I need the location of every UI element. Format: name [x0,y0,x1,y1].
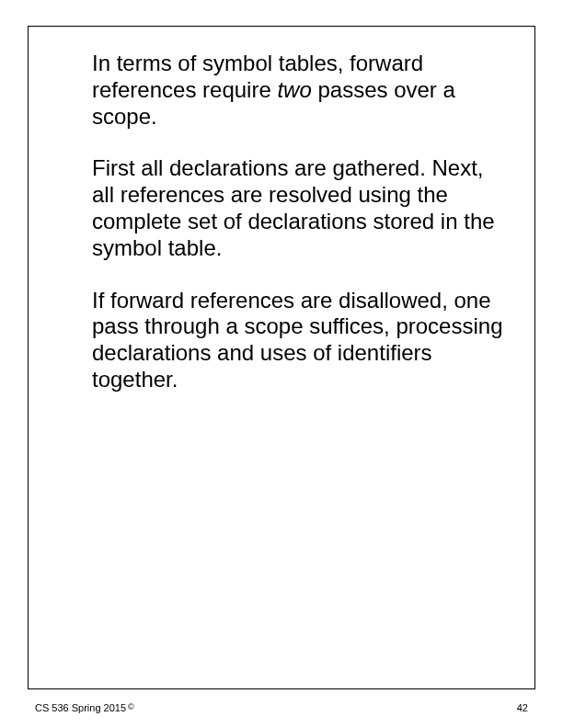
paragraph-2: First all declarations are gathered. Nex… [92,155,506,261]
paragraph-3: If forward references are disallowed, on… [92,288,506,393]
body-text: First all declarations are gathered. Nex… [92,155,495,259]
footer: CS 536 Spring 2015 © 42 [35,702,528,713]
course-label: CS 536 Spring 2015 [35,702,126,713]
page-number: 42 [517,702,528,713]
slide-content: In terms of symbol tables, forward refer… [92,51,506,419]
copyright-symbol: © [128,702,134,711]
footer-left: CS 536 Spring 2015 © [35,702,134,713]
italic-text: two [277,77,311,102]
body-text: If forward references are disallowed, on… [92,288,502,392]
paragraph-1: In terms of symbol tables, forward refer… [92,51,506,130]
